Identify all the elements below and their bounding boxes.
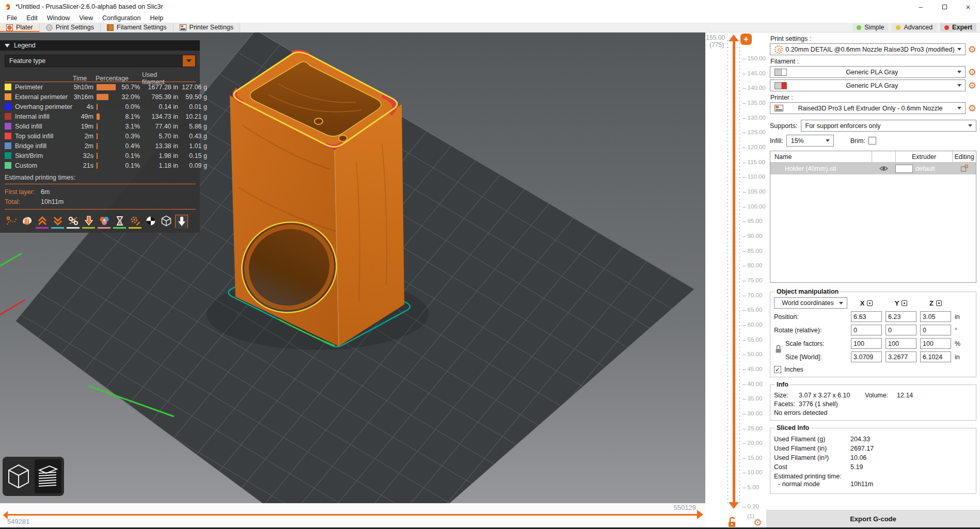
tab-printer-settings[interactable]: Printer Settings [173,23,240,32]
hslider-track[interactable] [7,514,697,516]
layer-tick-label: 25.00 [742,425,762,431]
tab-plater[interactable]: Plater [0,23,40,32]
layer-tick-label: 55.00 [742,336,762,343]
mode-expert[interactable]: Expert [940,23,976,31]
filament-select-2[interactable]: Generic PLA Gray [770,79,966,91]
size-z-input[interactable]: 6.1024 [920,351,951,362]
print-settings-gear-button[interactable]: ⚙ [968,45,976,54]
feature-type-select[interactable]: Feature type [5,55,196,67]
menu-edit[interactable]: Edit [22,14,42,22]
tool-changes-icon[interactable] [82,215,95,229]
print-settings-select[interactable]: 0.20mm DETAIL @0.6mm Nozzle Raise3D Pro3… [770,43,966,55]
view-3d-button[interactable] [5,459,32,493]
layer-tick-label: 150.00 [742,55,766,61]
maximize-button[interactable] [932,0,956,13]
percentage-bar [96,153,120,159]
axis-copy-icon[interactable] [936,300,942,306]
printer-select[interactable]: Raised3D Pro3 Left Extruder Only - 0.6mm… [770,102,966,114]
tab-filament-settings[interactable]: Filament Settings [101,23,173,32]
visibility-eye-icon[interactable] [872,165,895,172]
filament-2-gear-button[interactable]: ⚙ [968,81,976,90]
position-z-input[interactable]: 3.05 [920,311,951,322]
lock-icon[interactable] [727,517,737,529]
close-button[interactable]: × [956,0,980,13]
axis-x-red [0,300,25,315]
filament-select-1[interactable]: Generic PLA Gray [770,66,966,78]
layer-slider-track[interactable] [733,40,735,503]
add-color-change-button[interactable]: + [740,34,752,45]
layer-tick-label: 70.00 [742,292,762,298]
hslider-right-arrow-icon[interactable] [697,510,703,519]
position-x-input[interactable]: 6.63 [851,311,882,322]
layer-tick-label: 105.00 [742,188,766,195]
axis-copy-icon[interactable] [867,300,873,306]
printer-gear-button[interactable]: ⚙ [968,104,976,113]
inches-checkbox[interactable]: ✓ [774,366,781,373]
advanced-dot-icon [896,25,900,30]
filament-label: Filament : [770,58,976,65]
print-settings-icon [46,24,53,31]
object-list-header: Name Extruder Editing [770,151,976,163]
tab-print-settings[interactable]: Print Settings [40,23,101,32]
mode-advanced[interactable]: Advanced [892,23,937,31]
seams-icon[interactable] [67,215,80,229]
color-changes-icon[interactable] [98,215,110,229]
layer-tick-label: 95.00 [742,218,762,224]
retractions-icon[interactable] [36,215,49,229]
shells-icon[interactable] [160,215,172,229]
info-panel: Info Size: 3.07 x 3.27 x 6.10 Volume: 12… [770,381,976,421]
deretractions-icon[interactable] [51,215,64,229]
print-settings-label: Print settings : [770,35,976,42]
view-layers-button[interactable] [35,459,61,493]
menu-window[interactable]: Window [42,14,74,22]
slider-settings-gear-icon[interactable]: ⚙ [753,517,762,528]
feature-color-swatch [5,123,11,130]
scale-z-input[interactable]: 100 [920,338,951,349]
menu-configuration[interactable]: Configuration [98,14,145,22]
extruder-color-box[interactable] [895,165,913,173]
center-of-gravity-icon[interactable] [144,215,157,229]
supports-select[interactable]: For support enforcers only [801,120,976,132]
percentage-bar [96,94,120,100]
editing-icon[interactable] [952,165,976,172]
tool-marker-icon[interactable] [175,215,188,229]
legend-header[interactable]: Legend [0,40,200,51]
menu-view[interactable]: View [74,14,98,22]
object-row[interactable]: Holder (40mm).stl default [770,163,976,174]
pause-prints-icon[interactable] [113,215,126,229]
coordinates-select[interactable]: World coordinates [774,297,847,309]
total-time: Total: 10h11m [5,197,196,206]
percentage-bar [96,163,120,169]
layer-slider-upper-handle[interactable] [729,35,739,41]
horizontal-slider[interactable]: 549281 550129 [0,503,705,527]
rotate-z-input[interactable]: 0 [920,325,951,335]
menu-file[interactable]: File [2,14,22,22]
percentage-bar [96,133,120,139]
chevron-down-icon [957,107,961,109]
rotate-y-input[interactable]: 0 [886,325,916,335]
feature-type-dropdown-button[interactable] [183,55,195,67]
brim-checkbox[interactable] [868,137,876,145]
rotate-x-input[interactable]: 0 [851,325,882,335]
axis-copy-icon[interactable] [902,300,907,306]
scale-x-input[interactable]: 100 [851,338,882,349]
size-y-input[interactable]: 3.2677 [886,351,916,362]
scale-y-input[interactable]: 100 [886,338,916,349]
menu-help[interactable]: Help [145,14,168,22]
scale-lock-icon[interactable] [775,345,782,355]
filament-1-gear-button[interactable]: ⚙ [968,68,976,77]
wipe-icon[interactable] [20,215,33,229]
axis-z-header: Z [920,299,951,307]
legend-row: Skirt/Brim 32s 0.1% 1.98 in 0.15 g [5,151,196,161]
size-x-input[interactable]: 3.0709 [851,351,882,362]
minimize-button[interactable]: – [909,0,932,13]
3d-viewport[interactable]: Legend Feature type Time Percentage Used… [0,33,705,527]
travel-icon[interactable] [5,215,18,229]
export-gcode-button[interactable]: Export G-code [766,510,980,527]
custom-gcodes-icon[interactable] [129,215,141,229]
position-y-input[interactable]: 6.23 [886,311,916,322]
mode-simple[interactable]: Simple [852,23,888,31]
feature-color-swatch [5,103,11,110]
layer-slider-lower-handle[interactable] [729,502,739,509]
infill-select[interactable]: 15% [786,135,834,147]
